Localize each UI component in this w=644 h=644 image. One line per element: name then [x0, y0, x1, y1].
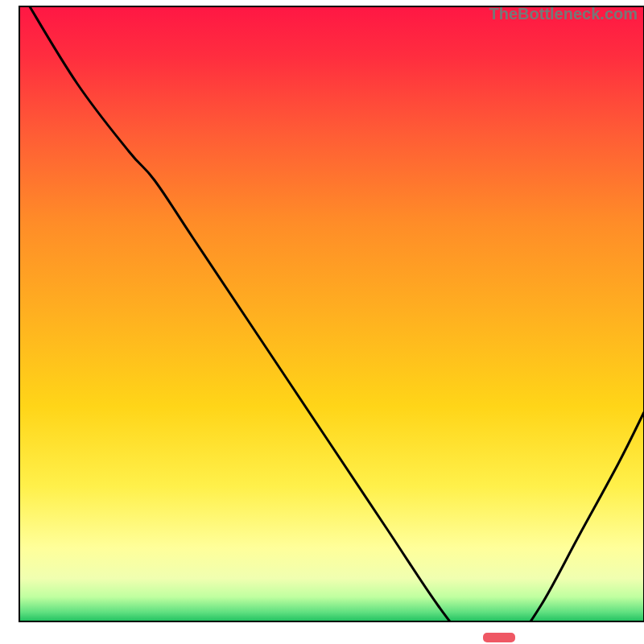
bottleneck-chart: TheBottleneck.com [0, 0, 644, 644]
gradient-background [19, 6, 644, 621]
optimal-marker [483, 633, 515, 642]
watermark-text: TheBottleneck.com [489, 5, 638, 23]
chart-svg [0, 0, 644, 644]
